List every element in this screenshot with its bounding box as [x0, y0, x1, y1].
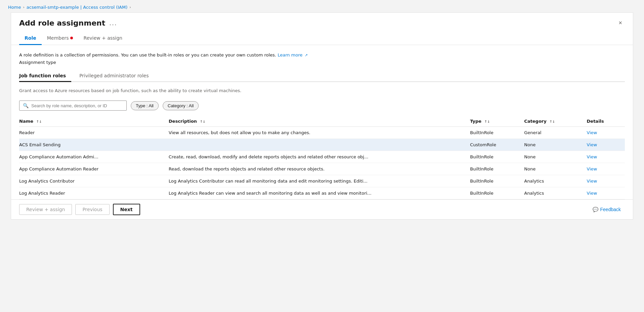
cell-category: None [524, 139, 587, 151]
cell-category: Analytics [524, 187, 587, 199]
description-sort-icon[interactable]: ↑↓ [200, 120, 205, 123]
table-row[interactable]: ACS Email Sending CustomRole None View [19, 139, 625, 151]
col-category: Category ↑↓ [524, 116, 587, 127]
external-link-icon: ↗ [305, 53, 308, 57]
tab-review-assign[interactable]: Review + assign [78, 32, 128, 45]
breadcrumb-home[interactable]: Home [8, 5, 21, 10]
cell-name: Reader [19, 127, 169, 139]
search-icon: 🔍 [23, 103, 29, 108]
col-description: Description ↑↓ [169, 116, 470, 127]
previous-button[interactable]: Previous [75, 204, 109, 215]
cell-category: None [524, 163, 587, 175]
cell-category: General [524, 127, 587, 139]
table-row[interactable]: Log Analytics Reader Log Analytics Reade… [19, 187, 625, 199]
cell-name: App Compliance Automation Admi... [19, 151, 169, 163]
cell-view-link[interactable]: View [587, 127, 625, 139]
cell-description [169, 139, 470, 151]
filter-bar: 🔍 Type : All Category : All [19, 101, 625, 111]
cell-view-link[interactable]: View [587, 175, 625, 187]
name-sort-icon[interactable]: ↑↓ [36, 120, 42, 123]
grant-text: Grant access to Azure resources based on… [19, 87, 625, 94]
tab-members[interactable]: Members [42, 32, 78, 45]
sub-tab-privileged-admin[interactable]: Privileged administrator roles [79, 70, 154, 82]
review-assign-button[interactable]: Review + assign [19, 204, 72, 215]
breadcrumb-sep1: › [23, 5, 24, 9]
sub-tab-job-function[interactable]: Job function roles [19, 70, 71, 82]
tab-role-label: Role [25, 35, 36, 41]
tab-bar: Role Members Review + assign [11, 32, 633, 45]
category-filter-button[interactable]: Category : All [163, 101, 199, 110]
next-label: Next [120, 207, 133, 212]
description-main-text: A role definition is a collection of per… [19, 52, 276, 57]
assignment-type-label: Assignment type [19, 60, 625, 65]
table-header-row: Name ↑↓ Description ↑↓ Type ↑↓ [19, 116, 625, 127]
tab-review-label: Review + assign [84, 35, 122, 41]
cell-type: BuiltInRole [470, 127, 524, 139]
action-bar: Review + assign Previous Next 💬 Feedback [11, 199, 633, 219]
sub-tab-bar: Job function roles Privileged administra… [19, 70, 625, 82]
cell-type: BuiltInRole [470, 187, 524, 199]
roles-table: Name ↑↓ Description ↑↓ Type ↑↓ [19, 116, 625, 199]
type-filter-label: Type : All [136, 103, 154, 108]
cell-view-link[interactable]: View [587, 187, 625, 199]
table-row[interactable]: App Compliance Automation Reader Read, d… [19, 163, 625, 175]
category-filter-label: Category : All [168, 103, 194, 108]
roles-table-container: Name ↑↓ Description ↑↓ Type ↑↓ [19, 116, 625, 199]
sub-tab-privileged-label: Privileged administrator roles [79, 73, 149, 78]
cell-category: Analytics [524, 175, 587, 187]
feedback-label: Feedback [600, 207, 621, 212]
cell-type: BuiltInRole [470, 151, 524, 163]
cell-description: View all resources, but does not allow y… [169, 127, 470, 139]
table-row[interactable]: App Compliance Automation Admi... Create… [19, 151, 625, 163]
cell-type: BuiltInRole [470, 175, 524, 187]
cell-description: Read, download the reports objects and r… [169, 163, 470, 175]
type-filter-button[interactable]: Type : All [131, 101, 159, 110]
cell-type: BuiltInRole [470, 163, 524, 175]
main-panel: Add role assignment ... × Role Members R… [11, 12, 633, 220]
col-type: Type ↑↓ [470, 116, 524, 127]
panel-title-row: Add role assignment ... [19, 19, 117, 27]
cell-view-link[interactable]: View [587, 163, 625, 175]
category-sort-icon[interactable]: ↑↓ [549, 120, 555, 123]
table-row[interactable]: Reader View all resources, but does not … [19, 127, 625, 139]
learn-more-link[interactable]: Learn more ↗ [278, 52, 308, 57]
review-assign-label: Review + assign [26, 207, 65, 212]
next-button[interactable]: Next [113, 204, 140, 215]
breadcrumb-sep2: › [129, 5, 131, 9]
panel-header: Add role assignment ... × [11, 13, 633, 32]
cell-category: None [524, 151, 587, 163]
breadcrumb-resource[interactable]: acsemail-smtp-example | Access control (… [27, 5, 127, 10]
feedback-button[interactable]: 💬 Feedback [589, 205, 625, 214]
type-sort-icon[interactable]: ↑↓ [484, 120, 490, 123]
panel-title: Add role assignment [19, 19, 105, 27]
feedback-icon: 💬 [593, 207, 598, 212]
cell-name: App Compliance Automation Reader [19, 163, 169, 175]
cell-type: CustomRole [470, 139, 524, 151]
learn-more-label: Learn more [278, 52, 303, 57]
cell-description: Log Analytics Reader can view and search… [169, 187, 470, 199]
col-details: Details [587, 116, 625, 127]
description-text: A role definition is a collection of per… [19, 52, 625, 58]
sub-tab-job-function-label: Job function roles [19, 73, 66, 78]
cell-description: Log Analytics Contributor can read all m… [169, 175, 470, 187]
cell-name: Log Analytics Contributor [19, 175, 169, 187]
members-notification-dot [70, 37, 73, 39]
close-button[interactable]: × [616, 18, 625, 28]
cell-name: Log Analytics Reader [19, 187, 169, 199]
cell-name: ACS Email Sending [19, 139, 169, 151]
tab-members-label: Members [47, 35, 69, 41]
cell-description: Create, read, download, modify and delet… [169, 151, 470, 163]
cell-view-link[interactable]: View [587, 139, 625, 151]
table-row[interactable]: Log Analytics Contributor Log Analytics … [19, 175, 625, 187]
panel-ellipsis[interactable]: ... [109, 20, 117, 27]
tab-role[interactable]: Role [19, 32, 42, 45]
search-box[interactable]: 🔍 [19, 101, 127, 111]
cell-view-link[interactable]: View [587, 151, 625, 163]
previous-label: Previous [82, 207, 102, 212]
breadcrumb: Home › acsemail-smtp-example | Access co… [0, 0, 644, 10]
search-input[interactable] [31, 103, 123, 108]
content-area: A role definition is a collection of per… [11, 45, 633, 199]
col-name: Name ↑↓ [19, 116, 169, 127]
